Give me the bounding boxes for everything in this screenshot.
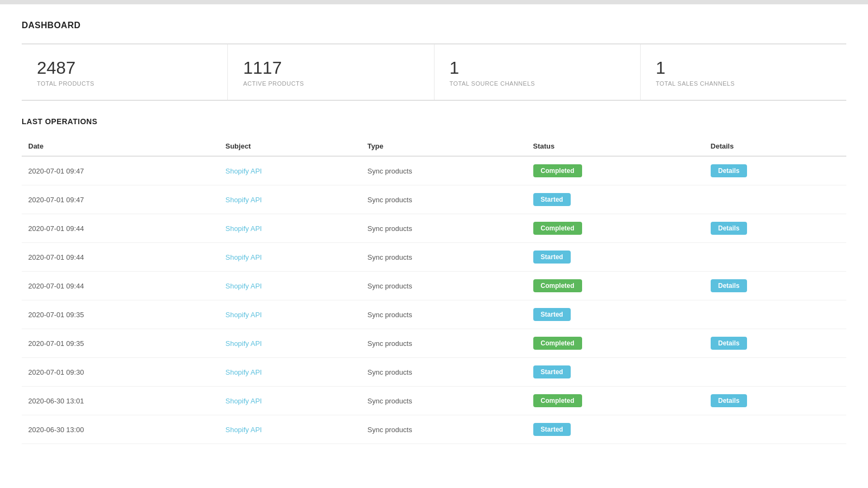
stat-card-total-products: 2487 TOTAL PRODUCTS [22, 44, 228, 100]
subject-link[interactable]: Shopify API [225, 196, 261, 204]
details-button[interactable]: Details [711, 337, 747, 350]
cell-type: Sync products [361, 243, 526, 272]
cell-subject: Shopify API [219, 214, 361, 243]
table-row: 2020-07-01 09:30 Shopify API Sync produc… [22, 358, 846, 387]
cell-details [704, 300, 846, 329]
details-button[interactable]: Details [711, 222, 747, 235]
status-badge: Completed [533, 222, 582, 235]
top-bar [0, 0, 868, 4]
cell-details [704, 415, 846, 444]
cell-subject: Shopify API [219, 415, 361, 444]
active-products-label: ACTIVE PRODUCTS [243, 80, 418, 87]
sales-channels-number: 1 [656, 57, 831, 78]
cell-status: Started [527, 243, 704, 272]
status-badge: Started [533, 251, 571, 264]
cell-date: 2020-07-01 09:44 [22, 214, 219, 243]
cell-status: Completed [527, 329, 704, 358]
table-row: 2020-07-01 09:47 Shopify API Sync produc… [22, 185, 846, 214]
active-products-number: 1117 [243, 57, 418, 78]
subject-link[interactable]: Shopify API [225, 167, 261, 175]
status-badge: Started [533, 193, 571, 206]
cell-type: Sync products [361, 329, 526, 358]
status-badge: Started [533, 308, 571, 321]
status-badge: Completed [533, 394, 582, 407]
stat-card-sales-channels: 1 TOTAL SALES CHANNELS [641, 44, 846, 100]
cell-details: Details [704, 329, 846, 358]
details-button[interactable]: Details [711, 279, 747, 292]
cell-type: Sync products [361, 387, 526, 415]
status-badge: Started [533, 365, 571, 378]
status-badge: Completed [533, 164, 582, 177]
cell-subject: Shopify API [219, 272, 361, 300]
table-body: 2020-07-01 09:47 Shopify API Sync produc… [22, 156, 846, 444]
table-header-row: Date Subject Type Status Details [22, 137, 846, 156]
total-products-number: 2487 [37, 57, 212, 78]
subject-link[interactable]: Shopify API [225, 397, 261, 405]
source-channels-label: TOTAL SOURCE CHANNELS [450, 80, 625, 87]
cell-subject: Shopify API [219, 358, 361, 387]
cell-date: 2020-07-01 09:44 [22, 272, 219, 300]
subject-link[interactable]: Shopify API [225, 339, 261, 348]
cell-details [704, 243, 846, 272]
col-type: Type [361, 137, 526, 156]
total-products-label: TOTAL PRODUCTS [37, 80, 212, 87]
stat-card-source-channels: 1 TOTAL SOURCE CHANNELS [435, 44, 641, 100]
subject-link[interactable]: Shopify API [225, 426, 261, 434]
col-details: Details [704, 137, 846, 156]
subject-link[interactable]: Shopify API [225, 368, 261, 376]
cell-date: 2020-06-30 13:00 [22, 415, 219, 444]
col-date: Date [22, 137, 219, 156]
cell-details: Details [704, 272, 846, 300]
subject-link[interactable]: Shopify API [225, 311, 261, 319]
table-row: 2020-07-01 09:44 Shopify API Sync produc… [22, 214, 846, 243]
table-header: Date Subject Type Status Details [22, 137, 846, 156]
cell-type: Sync products [361, 214, 526, 243]
table-row: 2020-07-01 09:44 Shopify API Sync produc… [22, 272, 846, 300]
cell-subject: Shopify API [219, 156, 361, 185]
cell-details: Details [704, 156, 846, 185]
details-button[interactable]: Details [711, 394, 747, 407]
cell-status: Completed [527, 272, 704, 300]
cell-date: 2020-07-01 09:44 [22, 243, 219, 272]
cell-status: Completed [527, 156, 704, 185]
cell-status: Started [527, 300, 704, 329]
status-badge: Completed [533, 337, 582, 350]
cell-date: 2020-07-01 09:35 [22, 300, 219, 329]
cell-details: Details [704, 387, 846, 415]
table-row: 2020-07-01 09:35 Shopify API Sync produc… [22, 329, 846, 358]
cell-subject: Shopify API [219, 243, 361, 272]
table-row: 2020-07-01 09:47 Shopify API Sync produc… [22, 156, 846, 185]
cell-details [704, 358, 846, 387]
page-container: DASHBOARD 2487 TOTAL PRODUCTS 1117 ACTIV… [0, 4, 868, 488]
cell-subject: Shopify API [219, 185, 361, 214]
table-row: 2020-06-30 13:00 Shopify API Sync produc… [22, 415, 846, 444]
cell-type: Sync products [361, 272, 526, 300]
stat-card-active-products: 1117 ACTIVE PRODUCTS [228, 44, 434, 100]
subject-link[interactable]: Shopify API [225, 253, 261, 261]
status-badge: Completed [533, 279, 582, 292]
cell-date: 2020-07-01 09:30 [22, 358, 219, 387]
details-button[interactable]: Details [711, 164, 747, 177]
sales-channels-label: TOTAL SALES CHANNELS [656, 80, 831, 87]
cell-subject: Shopify API [219, 300, 361, 329]
cell-date: 2020-06-30 13:01 [22, 387, 219, 415]
cell-details: Details [704, 214, 846, 243]
operations-table: Date Subject Type Status Details 2020-07… [22, 137, 846, 444]
cell-subject: Shopify API [219, 387, 361, 415]
cell-type: Sync products [361, 415, 526, 444]
cell-type: Sync products [361, 358, 526, 387]
cell-date: 2020-07-01 09:47 [22, 156, 219, 185]
cell-status: Completed [527, 214, 704, 243]
subject-link[interactable]: Shopify API [225, 282, 261, 290]
source-channels-number: 1 [450, 57, 625, 78]
cell-status: Started [527, 415, 704, 444]
cell-subject: Shopify API [219, 329, 361, 358]
operations-section-title: LAST OPERATIONS [22, 117, 846, 126]
table-row: 2020-07-01 09:44 Shopify API Sync produc… [22, 243, 846, 272]
subject-link[interactable]: Shopify API [225, 224, 261, 233]
cell-details [704, 185, 846, 214]
table-row: 2020-07-01 09:35 Shopify API Sync produc… [22, 300, 846, 329]
stats-row: 2487 TOTAL PRODUCTS 1117 ACTIVE PRODUCTS… [22, 43, 846, 101]
page-title: DASHBOARD [22, 21, 846, 30]
table-row: 2020-06-30 13:01 Shopify API Sync produc… [22, 387, 846, 415]
